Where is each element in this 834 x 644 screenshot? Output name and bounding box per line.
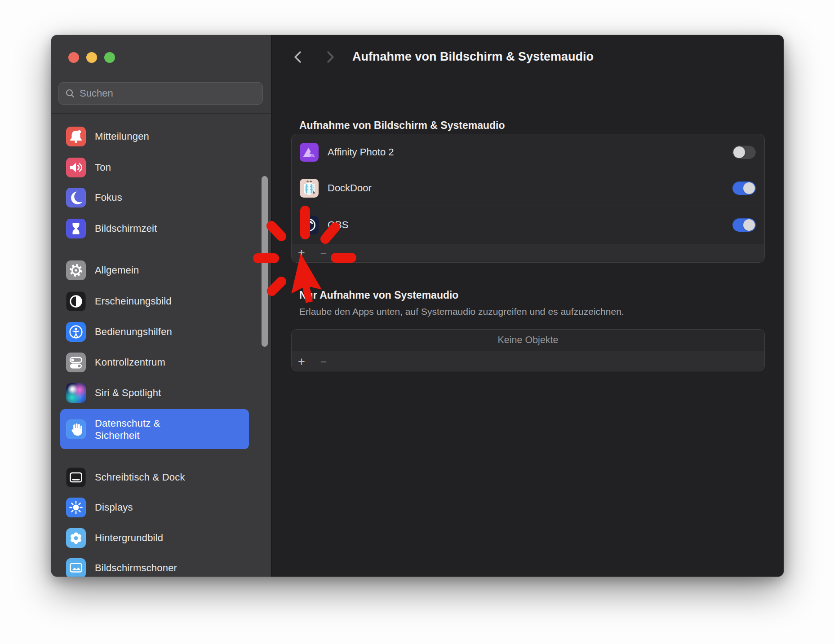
search-icon xyxy=(65,88,75,98)
content-pane: Aufnahme von Bildschirm & Systemaudio Au… xyxy=(271,35,784,577)
sidebar-item-hintergrundbild[interactable]: Hintergrundbild xyxy=(60,523,249,553)
window-controls xyxy=(68,52,115,63)
description-line: Erlaube den Apps unten, auf Systemaudio … xyxy=(299,305,624,318)
toggle-knob xyxy=(743,219,755,231)
sidebar-item-label: Datenschutz & Sicherheit xyxy=(95,417,191,441)
screensaver-icon xyxy=(66,558,86,577)
toggle-obs[interactable] xyxy=(732,218,756,232)
dockdoor-icon xyxy=(300,179,319,198)
sidebar-item-label: Siri & Spotlight xyxy=(95,387,161,399)
obs-icon xyxy=(300,216,319,234)
app-row-affinity: Affinity Photo 2 xyxy=(292,134,764,170)
sidebar-item-schreibtisch-dock[interactable]: Schreibtisch & Dock xyxy=(60,462,249,493)
sidebar-item-label: Allgemein xyxy=(95,265,139,276)
footer-divider xyxy=(313,354,313,369)
back-button[interactable] xyxy=(288,48,307,66)
minimize-button[interactable] xyxy=(86,52,97,63)
bell-icon xyxy=(66,127,86,146)
sidebar-item-fokus[interactable]: Fokus xyxy=(60,182,249,213)
toggle-knob xyxy=(733,146,745,158)
speaker-icon xyxy=(66,158,86,177)
sidebar-item-label: Schreibtisch & Dock xyxy=(95,472,185,483)
sidebar: Mitteilungen Ton Fokus Bildschirmzeit xyxy=(51,35,271,577)
zoom-button[interactable] xyxy=(104,52,115,63)
sidebar-item-bedienungshilfen[interactable]: Bedienungshilfen xyxy=(60,317,249,347)
gear-icon xyxy=(66,260,86,280)
app-row-obs: OBS xyxy=(292,206,764,244)
sidebar-item-label: Mitteilungen xyxy=(95,131,149,142)
audio-apps-group: Keine Objekte + − xyxy=(291,329,765,371)
audio-section-description: Erlaube den Apps unten, auf Systemaudio … xyxy=(299,305,624,318)
hand-icon xyxy=(66,419,86,439)
sidebar-item-label: Displays xyxy=(95,502,133,513)
affinity-photo-icon xyxy=(300,143,319,162)
audio-apps-footer: + − xyxy=(292,351,764,371)
close-button[interactable] xyxy=(68,52,79,63)
sidebar-item-label: Bedienungshilfen xyxy=(95,326,172,338)
sidebar-item-label: Fokus xyxy=(95,192,122,203)
search-input[interactable] xyxy=(80,88,256,99)
sidebar-item-label: Bildschirmschoner xyxy=(95,562,177,574)
remove-audio-app-button[interactable]: − xyxy=(316,355,331,368)
accessibility-icon xyxy=(66,322,86,342)
sidebar-item-ton[interactable]: Ton xyxy=(60,152,249,183)
sidebar-item-datenschutz-sicherheit[interactable]: Datenschutz & Sicherheit xyxy=(60,409,249,449)
remove-app-button[interactable]: − xyxy=(316,246,331,260)
sidebar-divider xyxy=(51,113,271,114)
toggle-affinity[interactable] xyxy=(732,146,756,159)
toggle-dockdoor[interactable] xyxy=(732,181,756,195)
sidebar-item-label: Kontrollzentrum xyxy=(95,357,165,368)
add-app-button[interactable]: + xyxy=(294,246,309,260)
sidebar-item-erscheinungsbild[interactable]: Erscheinungsbild xyxy=(60,286,249,317)
app-name: OBS xyxy=(328,219,348,231)
app-row-dockdoor: DockDoor xyxy=(292,170,764,206)
sidebar-item-mitteilungen[interactable]: Mitteilungen xyxy=(60,121,249,152)
sidebar-item-displays[interactable]: Displays xyxy=(60,492,249,523)
footer-divider xyxy=(313,247,313,258)
sidebar-item-bildschirmschoner[interactable]: Bildschirmschoner xyxy=(60,553,249,577)
sidebar-item-allgemein[interactable]: Allgemein xyxy=(60,255,249,286)
screen-apps-group: Affinity Photo 2 DockDoor xyxy=(291,134,765,263)
siri-orb-icon xyxy=(66,383,86,403)
flower-icon xyxy=(66,528,86,548)
search-field[interactable] xyxy=(58,82,263,105)
screen-apps-footer: + − xyxy=(292,244,764,261)
toggle-knob xyxy=(743,182,755,194)
hourglass-icon xyxy=(66,219,86,238)
control-center-icon xyxy=(66,353,86,372)
sidebar-item-label: Erscheinungsbild xyxy=(95,296,172,307)
add-audio-app-button[interactable]: + xyxy=(294,355,309,368)
page-title: Aufnahme von Bildschirm & Systemaudio xyxy=(352,50,594,64)
system-settings-window: Mitteilungen Ton Fokus Bildschirmzeit xyxy=(51,35,784,577)
sidebar-item-bildschirmzeit[interactable]: Bildschirmzeit xyxy=(60,213,249,244)
appearance-icon xyxy=(66,291,86,311)
audio-section-heading: Nur Aufnahme von Systemaudio xyxy=(299,289,458,301)
sun-icon xyxy=(66,498,86,517)
sidebar-item-kontrollzentrum[interactable]: Kontrollzentrum xyxy=(60,347,249,378)
app-name: DockDoor xyxy=(328,182,372,194)
sidebar-item-siri-spotlight[interactable]: Siri & Spotlight xyxy=(60,378,249,408)
empty-state-text: Keine Objekte xyxy=(292,330,764,351)
screenshot-root: Mitteilungen Ton Fokus Bildschirmzeit xyxy=(0,0,834,644)
app-name: Affinity Photo 2 xyxy=(328,146,394,158)
sidebar-item-label: Ton xyxy=(95,162,111,173)
moon-icon xyxy=(66,188,86,207)
sidebar-item-label: Hintergrundbild xyxy=(95,532,163,544)
forward-button[interactable] xyxy=(321,48,340,66)
desktop-dock-icon xyxy=(66,468,86,487)
screen-section-heading: Aufnahme von Bildschirm & Systemaudio xyxy=(299,119,505,132)
sidebar-scrollbar[interactable] xyxy=(262,176,268,347)
sidebar-item-label: Bildschirmzeit xyxy=(95,223,157,234)
